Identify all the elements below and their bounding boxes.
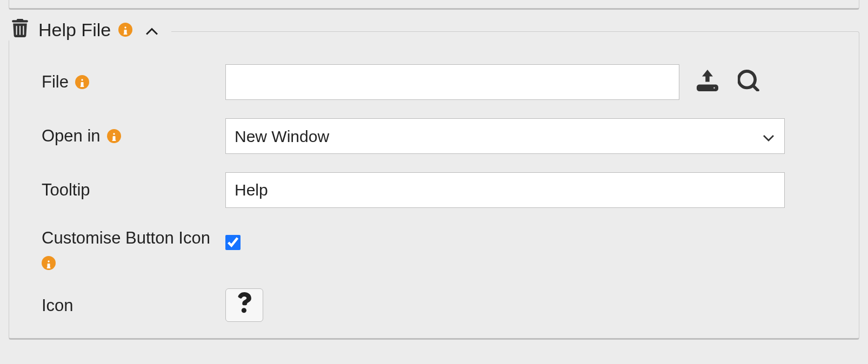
row-customise-button-icon: Customise Button Icon — [42, 226, 826, 270]
value-icon — [225, 288, 826, 322]
label-tooltip-text: Tooltip — [42, 178, 90, 201]
delete-panel-button[interactable] — [9, 19, 31, 41]
file-browse-button[interactable] — [736, 69, 762, 95]
panel-body: File — [42, 64, 826, 322]
open-in-info-button[interactable] — [107, 129, 121, 143]
file-upload-button[interactable] — [695, 69, 720, 95]
info-icon — [112, 124, 116, 147]
value-tooltip — [225, 172, 826, 208]
label-icon: Icon — [42, 294, 225, 317]
panel-header: Help File — [6, 19, 171, 41]
label-tooltip: Tooltip — [42, 178, 225, 201]
value-file — [225, 64, 826, 100]
label-customise-button-icon-text: Customise Button Icon — [42, 226, 210, 250]
open-in-select-wrap: New Window — [225, 118, 785, 154]
upload-icon — [697, 70, 718, 95]
panel-info-button[interactable] — [118, 23, 132, 37]
file-input[interactable] — [225, 64, 679, 100]
value-customise-button-icon — [225, 226, 826, 250]
question-icon — [237, 292, 251, 318]
row-file: File — [42, 64, 826, 100]
label-customise-button-icon: Customise Button Icon — [42, 226, 225, 270]
label-file: File — [42, 70, 225, 93]
label-icon-text: Icon — [42, 294, 74, 317]
label-open-in: Open in — [42, 124, 225, 147]
previous-panel-stub — [9, 0, 859, 10]
panel-title: Help File — [38, 19, 111, 41]
row-open-in: Open in New Window — [42, 118, 826, 154]
info-icon — [46, 252, 51, 275]
value-open-in: New Window — [225, 118, 826, 154]
info-icon — [123, 21, 128, 39]
search-icon — [738, 70, 759, 95]
help-file-panel: Help File File — [9, 31, 859, 340]
customise-button-icon-info-button[interactable] — [42, 256, 56, 270]
row-icon: Icon — [42, 288, 826, 322]
info-icon — [80, 70, 84, 93]
customise-button-icon-checkbox[interactable] — [225, 235, 241, 250]
tooltip-input[interactable] — [225, 172, 785, 208]
trash-icon — [12, 19, 28, 41]
chevron-up-icon — [146, 21, 158, 39]
row-tooltip: Tooltip — [42, 172, 826, 208]
label-open-in-text: Open in — [42, 124, 101, 147]
label-file-text: File — [42, 70, 69, 93]
icon-picker-button[interactable] — [225, 288, 263, 322]
collapse-panel-button[interactable] — [142, 20, 162, 39]
file-info-button[interactable] — [75, 75, 89, 89]
open-in-select[interactable]: New Window — [225, 118, 785, 154]
